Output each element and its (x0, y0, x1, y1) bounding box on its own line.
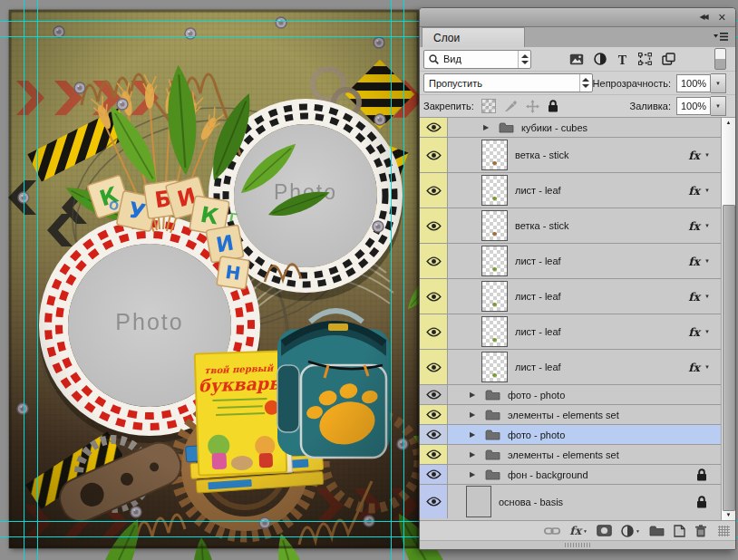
layer-row-leaf[interactable]: лист - leaf fx ▼ (420, 279, 722, 314)
layer-row-stick[interactable]: ветка - stick fx ▼ (420, 138, 722, 173)
fill-dropdown-button[interactable]: ▼ (711, 96, 726, 116)
layer-name[interactable]: фото - photo (508, 390, 565, 401)
fx-caret-icon[interactable]: ▼ (704, 329, 710, 334)
layer-name[interactable]: элементы - elements set (508, 410, 619, 420)
layer-thumbnail[interactable] (466, 486, 491, 517)
layer-thumbnail[interactable] (481, 316, 508, 347)
blend-mode-select[interactable]: Пропустить (423, 73, 593, 92)
fx-badge[interactable]: fx (688, 149, 700, 162)
layer-name[interactable]: лист - leaf (515, 185, 561, 196)
layer-name[interactable]: лист - leaf (515, 362, 561, 372)
visibility-eye-icon[interactable] (420, 244, 448, 278)
visibility-eye-icon[interactable] (420, 314, 448, 349)
visibility-eye-icon[interactable] (420, 279, 448, 314)
fill-input[interactable]: 100% (676, 97, 711, 115)
visibility-eye-icon[interactable] (420, 445, 448, 464)
visibility-eye-icon[interactable] (420, 208, 448, 243)
layer-row-group-background[interactable]: ▶ фон - background (420, 465, 722, 485)
filter-type-select[interactable]: Вид (423, 50, 531, 69)
lock-position-icon[interactable] (526, 100, 539, 113)
layer-row-group-photo-selected[interactable]: ▶ фото - photo (420, 425, 722, 445)
fx-caret-icon[interactable]: ▼ (704, 188, 710, 193)
fx-badge[interactable]: fx (688, 290, 700, 304)
canvas-area[interactable]: Photo Photo (9, 10, 419, 548)
panel-titlebar[interactable]: ◀◀ ✕ (420, 8, 735, 27)
new-group-button[interactable] (649, 525, 665, 536)
scroll-down-icon[interactable]: ▼ (722, 512, 735, 517)
opacity-dropdown-button[interactable]: ▼ (711, 73, 726, 93)
layer-name[interactable]: фон - background (508, 469, 588, 480)
layer-name[interactable]: лист - leaf (515, 291, 561, 302)
visibility-eye-icon[interactable] (420, 350, 448, 384)
layer-row-leaf[interactable]: лист - leaf fx ▼ (420, 173, 722, 208)
scroll-up-icon[interactable]: ▲ (722, 120, 735, 125)
link-layers-button[interactable] (544, 526, 560, 536)
canvas-artwork[interactable]: Photo Photo (9, 10, 419, 548)
expand-arrow-icon[interactable]: ▶ (483, 123, 491, 131)
visibility-eye-icon[interactable] (420, 465, 448, 484)
layer-name[interactable]: фото - photo (508, 430, 565, 440)
filter-type-layers-icon[interactable]: T (617, 53, 628, 65)
fx-badge[interactable]: fx (688, 219, 700, 233)
add-layer-style-button[interactable]: fx ▼ (569, 524, 587, 537)
new-adjustment-layer-button[interactable]: ▼ (621, 525, 640, 537)
expand-arrow-icon[interactable]: ▶ (470, 391, 478, 399)
expand-arrow-icon[interactable]: ▶ (470, 410, 478, 419)
new-layer-button[interactable] (674, 525, 685, 537)
layer-row-basis[interactable]: основа - basis (420, 485, 722, 518)
filter-pixel-layers-icon[interactable] (569, 53, 584, 65)
visibility-eye-icon[interactable] (420, 173, 448, 208)
visibility-eye-icon[interactable] (420, 425, 448, 444)
layer-row-group-cubes[interactable]: ▶ кубики - cubes (420, 118, 722, 138)
visibility-eye-icon[interactable] (420, 405, 448, 424)
fx-caret-icon[interactable]: ▼ (704, 294, 710, 299)
collapse-panel-icon[interactable]: ◀◀ (699, 14, 706, 21)
filter-shape-layers-icon[interactable] (638, 53, 652, 65)
layer-name[interactable]: ветка - stick (515, 220, 568, 231)
layer-row-stick[interactable]: ветка - stick fx ▼ (420, 208, 722, 244)
scrollbar-thumb[interactable] (723, 205, 735, 511)
filter-on-off-toggle[interactable] (714, 48, 726, 70)
lock-all-icon[interactable] (548, 100, 558, 112)
panel-resize-grip[interactable] (718, 526, 730, 536)
layer-row-leaf[interactable]: лист - leaf fx ▼ (420, 350, 722, 385)
fx-caret-icon[interactable]: ▼ (704, 223, 710, 228)
layer-row-group-photo[interactable]: ▶ фото - photo (420, 385, 722, 405)
layer-row-group-elements[interactable]: ▶ элементы - elements set (420, 445, 722, 465)
scrollbar[interactable]: ▲ ▼ (721, 118, 735, 520)
layer-name[interactable]: основа - basis (499, 497, 563, 507)
expand-arrow-icon[interactable]: ▶ (470, 430, 478, 439)
layer-thumbnail[interactable] (481, 175, 508, 206)
layer-name[interactable]: элементы - elements set (508, 449, 619, 460)
fx-caret-icon[interactable]: ▼ (704, 258, 710, 264)
fx-badge[interactable]: fx (688, 255, 700, 268)
expand-arrow-icon[interactable]: ▶ (470, 450, 478, 459)
fx-caret-icon[interactable]: ▼ (704, 364, 710, 370)
panel-drag-bar[interactable] (420, 540, 735, 549)
layer-row-group-elements[interactable]: ▶ элементы - elements set (420, 405, 722, 425)
layer-thumbnail[interactable] (481, 352, 508, 382)
layer-name[interactable]: ветка - stick (515, 150, 568, 160)
layer-row-leaf[interactable]: лист - leaf fx ▼ (420, 244, 722, 279)
layer-thumbnail[interactable] (481, 246, 508, 276)
visibility-eye-icon[interactable] (420, 485, 448, 518)
tab-layers[interactable]: Слои (422, 27, 525, 47)
fx-badge[interactable]: fx (688, 325, 700, 339)
layer-name[interactable]: лист - leaf (515, 326, 561, 337)
layer-name[interactable]: лист - leaf (515, 256, 561, 266)
panel-menu-icon[interactable] (714, 32, 728, 43)
delete-layer-button[interactable] (694, 525, 707, 537)
visibility-eye-icon[interactable] (420, 138, 448, 172)
lock-transparent-pixels-icon[interactable] (481, 99, 496, 113)
layer-thumbnail[interactable] (481, 210, 508, 241)
layer-thumbnail[interactable] (481, 140, 508, 170)
expand-arrow-icon[interactable]: ▶ (470, 470, 478, 478)
layer-name[interactable]: кубики - cubes (521, 122, 587, 133)
fx-badge[interactable]: fx (688, 361, 700, 374)
close-panel-icon[interactable]: ✕ (718, 13, 726, 23)
filter-adjustment-layers-icon[interactable] (594, 53, 607, 65)
layer-row-leaf[interactable]: лист - leaf fx ▼ (420, 314, 722, 350)
opacity-input[interactable]: 100% (676, 74, 711, 92)
visibility-eye-icon[interactable] (420, 385, 448, 404)
filter-smart-objects-icon[interactable] (662, 53, 675, 65)
